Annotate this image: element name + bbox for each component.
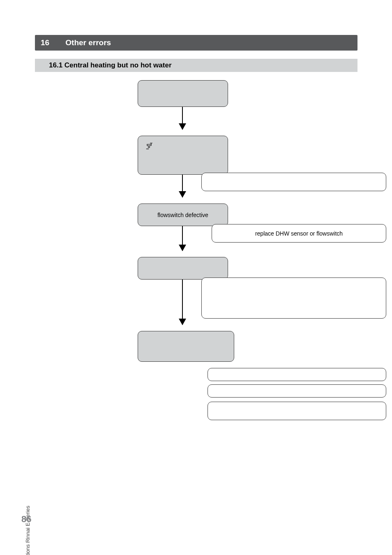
section-title: Central heating but no hot water xyxy=(65,61,172,69)
flow-node-4 xyxy=(138,257,228,280)
page-content: 16 Other errors 16.1 Central heating but… xyxy=(35,35,357,491)
flow-node-5-side2 xyxy=(208,384,386,398)
flow-node-4-side xyxy=(201,278,386,319)
chapter-heading: 16 Other errors xyxy=(35,35,357,51)
flow-node-2-side xyxy=(201,173,386,191)
flow-node-1 xyxy=(138,80,228,107)
arrow-1-2 xyxy=(182,107,183,130)
flow-node-3-side: replace DHW sensor or flowswitch xyxy=(212,224,386,243)
flow-node-5-side1 xyxy=(208,368,386,381)
chapter-number: 16 xyxy=(41,38,63,47)
flowchart: flowswitch defective replace DHW sensor … xyxy=(35,80,357,491)
page-number: 86 xyxy=(21,514,31,525)
side-running-title: Installation & Servicing Instructions Ri… xyxy=(25,506,31,555)
arrow-3-4 xyxy=(182,226,183,251)
flow-node-5-side3 xyxy=(208,402,386,420)
section-heading: 16.1 Central heating but no hot water xyxy=(35,59,357,72)
section-number: 16.1 xyxy=(49,61,62,69)
arrow-4-5 xyxy=(182,280,183,325)
arrow-2-3 xyxy=(182,175,183,197)
flow-node-3: flowswitch defective xyxy=(138,204,228,226)
flow-node-5 xyxy=(138,331,234,362)
chapter-title: Other errors xyxy=(65,38,111,47)
flow-node-3-label: flowswitch defective xyxy=(157,212,208,218)
flow-node-3-side-label: replace DHW sensor or flowswitch xyxy=(255,230,343,237)
tap-on-icon xyxy=(145,142,157,152)
flow-node-2 xyxy=(138,136,228,175)
